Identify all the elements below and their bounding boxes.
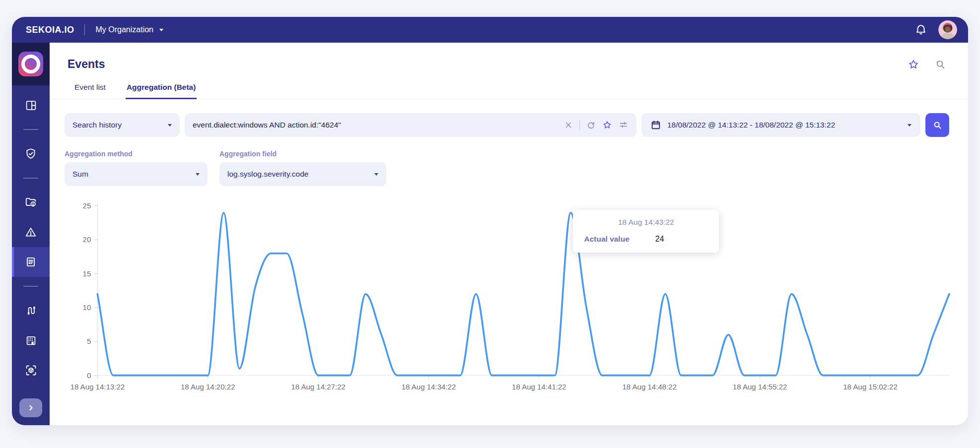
events-log-icon xyxy=(24,256,37,268)
svg-text:18 Aug 14:55:22: 18 Aug 14:55:22 xyxy=(733,383,787,391)
svg-text:18 Aug 14:27:22: 18 Aug 14:27:22 xyxy=(291,383,346,391)
bell-icon xyxy=(914,23,927,36)
sidebar-expand-button[interactable] xyxy=(19,398,42,417)
query-field[interactable]: event.dialect:windows AND action.id:"462… xyxy=(185,113,636,137)
sidebar-item-dashboard[interactable] xyxy=(12,90,50,120)
tooltip-value: 24 xyxy=(655,235,664,244)
sidebar-item-organization[interactable] xyxy=(12,325,50,355)
cube-scan-icon xyxy=(24,364,38,377)
topbar: SEKOIA.IO My Organization xyxy=(12,17,968,43)
search-history-button[interactable] xyxy=(934,59,946,70)
aggregation-controls: Aggregation method Sum Aggregation field… xyxy=(65,150,949,186)
avatar[interactable] xyxy=(938,20,957,39)
tooltip-series-label: Actual value xyxy=(584,235,629,244)
save-query-button[interactable] xyxy=(602,120,612,130)
chevron-down-icon xyxy=(374,173,378,176)
tab-event-list[interactable]: Event list xyxy=(73,83,107,99)
run-search-button[interactable] xyxy=(925,113,949,137)
shield-check-icon xyxy=(24,147,37,160)
chevron-down-icon xyxy=(159,29,163,31)
chart-tooltip: 18 Aug 14:43:22 Actual value 24 xyxy=(573,210,719,253)
date-range-picker[interactable]: 18/08/2022 @ 14:13:22 - 18/08/2022 @ 15:… xyxy=(641,113,920,137)
tab-aggregation[interactable]: Aggregation (Beta) xyxy=(126,83,197,99)
topbar-actions xyxy=(914,20,957,39)
page-background: SEKOIA.IO My Organization xyxy=(0,0,980,448)
svg-text:18 Aug 14:48:22: 18 Aug 14:48:22 xyxy=(622,383,677,391)
sekoia-logo-icon xyxy=(18,52,43,76)
sidebar xyxy=(12,43,50,425)
tab-bar: Event list Aggregation (Beta) xyxy=(50,71,968,99)
sidebar-divider xyxy=(23,286,38,287)
sidebar-item-events[interactable] xyxy=(12,247,50,277)
line-chart[interactable]: 051015202518 Aug 14:13:2218 Aug 14:20:22… xyxy=(63,197,955,399)
query-settings-button[interactable] xyxy=(619,120,629,130)
star-icon xyxy=(908,59,919,70)
svg-text:20: 20 xyxy=(83,235,91,244)
page-title: Events xyxy=(68,58,105,71)
aggregation-chart[interactable]: 051015202518 Aug 14:13:2218 Aug 14:20:22… xyxy=(63,197,955,399)
aggregation-field-value: log.syslog.severity.code xyxy=(227,170,308,179)
sidebar-item-sandbox[interactable] xyxy=(12,355,50,385)
aggregation-field-select[interactable]: log.syslog.severity.code xyxy=(219,162,386,186)
notifications-button[interactable] xyxy=(914,23,927,36)
tooltip-time: 18 Aug 14:43:22 xyxy=(584,218,708,227)
app-window: SEKOIA.IO My Organization xyxy=(12,17,968,425)
svg-text:18 Aug 14:13:22: 18 Aug 14:13:22 xyxy=(70,383,125,391)
chevron-right-icon xyxy=(26,403,36,413)
svg-text:25: 25 xyxy=(83,201,91,210)
aggregation-method-value: Sum xyxy=(72,170,88,179)
sidebar-divider xyxy=(23,129,38,130)
brand-logo[interactable]: SEKOIA.IO xyxy=(26,25,74,35)
sidebar-item-cases[interactable] xyxy=(12,188,50,217)
date-range-value: 18/08/2022 @ 14:13:22 - 18/08/2022 @ 15:… xyxy=(667,121,835,129)
organization-selector[interactable]: My Organization xyxy=(96,25,164,34)
svg-text:18 Aug 14:41:22: 18 Aug 14:41:22 xyxy=(512,383,566,391)
chevron-down-icon xyxy=(196,173,200,176)
sidebar-nav xyxy=(12,85,50,425)
sidebar-item-protect[interactable] xyxy=(12,139,50,169)
refresh-icon xyxy=(586,121,596,130)
folder-alert-icon xyxy=(24,196,37,209)
sidebar-item-intakes[interactable] xyxy=(12,296,50,325)
clear-query-button[interactable] xyxy=(564,121,573,129)
sidebar-item-alerts[interactable] xyxy=(12,217,50,247)
alert-triangle-icon xyxy=(24,226,37,239)
field-divider xyxy=(579,120,580,130)
close-icon xyxy=(564,121,573,129)
chevron-down-icon xyxy=(908,124,911,127)
svg-text:18 Aug 15:02:22: 18 Aug 15:02:22 xyxy=(843,383,898,391)
topbar-divider xyxy=(84,24,85,35)
building-icon xyxy=(25,334,37,347)
svg-text:10: 10 xyxy=(83,303,91,312)
chevron-down-icon xyxy=(168,124,172,127)
dashboard-icon xyxy=(25,99,37,112)
aggregation-method-select[interactable]: Sum xyxy=(65,162,208,186)
search-history-icon xyxy=(934,59,946,70)
calendar-icon xyxy=(650,120,661,130)
refresh-query-button[interactable] xyxy=(586,121,596,130)
sidebar-divider xyxy=(23,178,38,179)
avatar-image xyxy=(938,20,957,39)
svg-text:0: 0 xyxy=(87,371,91,380)
favorite-page-button[interactable] xyxy=(908,59,919,70)
main-content: Events xyxy=(50,43,968,425)
search-history-select-value: Search history xyxy=(72,121,122,129)
filters-sliders-icon xyxy=(619,120,629,130)
svg-text:18 Aug 14:20:22: 18 Aug 14:20:22 xyxy=(181,383,235,391)
star-icon xyxy=(602,120,612,130)
sidebar-app-logo[interactable] xyxy=(12,43,50,85)
search-toolbar: Search history event.dialect:windows AND… xyxy=(65,113,949,137)
svg-text:15: 15 xyxy=(83,269,91,278)
query-input[interactable]: event.dialect:windows AND action.id:"462… xyxy=(193,121,558,129)
aggregation-field-label: Aggregation field xyxy=(219,150,386,158)
search-history-select[interactable]: Search history xyxy=(65,113,180,137)
connector-cable-icon xyxy=(24,304,37,317)
search-icon xyxy=(932,120,943,130)
organization-name: My Organization xyxy=(96,25,154,34)
svg-text:5: 5 xyxy=(87,337,91,345)
svg-text:18 Aug 14:34:22: 18 Aug 14:34:22 xyxy=(402,383,456,391)
aggregation-method-label: Aggregation method xyxy=(65,150,208,158)
